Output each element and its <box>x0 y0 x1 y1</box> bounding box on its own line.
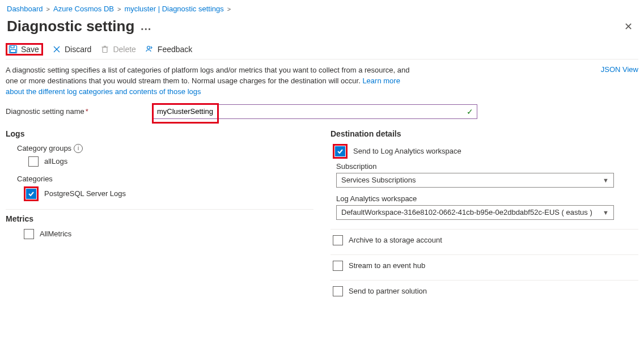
subscription-select[interactable]: Services Subscriptions ▼ <box>336 173 614 188</box>
discard-icon <box>52 45 61 54</box>
feedback-label: Feedback <box>158 45 192 54</box>
chevron-right-icon: > <box>46 6 50 12</box>
archive-storage-label: Archive to a storage account <box>349 236 442 244</box>
feedback-button[interactable]: Feedback <box>145 45 192 54</box>
setting-name-input[interactable] <box>154 105 468 117</box>
save-button[interactable]: Save <box>9 45 39 54</box>
send-log-analytics-label: Send to Log Analytics workspace <box>353 147 461 155</box>
more-icon[interactable]: … <box>140 20 152 33</box>
metrics-heading: Metrics <box>6 214 313 223</box>
chevron-down-icon: ▼ <box>603 209 609 216</box>
info-icon[interactable]: i <box>74 144 83 153</box>
delete-button: Delete <box>100 45 135 54</box>
allmetrics-label: AllMetrics <box>40 230 71 238</box>
postgresql-logs-checkbox[interactable] <box>26 189 36 199</box>
trash-icon <box>100 45 109 54</box>
setting-name-label: Diagnostic setting name* <box>6 107 147 116</box>
valid-check-icon: ✓ <box>467 107 473 116</box>
close-icon[interactable]: ✕ <box>620 18 637 35</box>
feedback-icon <box>145 45 154 54</box>
description-text: A diagnostic setting specifies a list of… <box>6 65 414 97</box>
breadcrumb-item[interactable]: Dashboard <box>7 5 43 13</box>
discard-button[interactable]: Discard <box>52 45 91 54</box>
delete-label: Delete <box>113 45 135 54</box>
send-log-analytics-checkbox[interactable] <box>335 146 345 156</box>
alllogs-label: allLogs <box>44 157 67 165</box>
workspace-value: DefaultWorkspace-316e8102-0662-41cb-b95e… <box>341 208 592 216</box>
setting-name-input-wrap: ✓ <box>153 104 477 119</box>
category-groups-label: Category groups i <box>17 144 313 153</box>
subscription-label: Subscription <box>336 162 614 171</box>
chevron-down-icon: ▼ <box>603 177 609 184</box>
toolbar: Save Discard Delete Feedback <box>6 41 638 60</box>
subscription-value: Services Subscriptions <box>341 176 416 184</box>
workspace-select[interactable]: DefaultWorkspace-316e8102-0662-41cb-b95e… <box>336 205 614 220</box>
svg-rect-2 <box>11 50 16 53</box>
chevron-right-icon: > <box>227 6 231 12</box>
save-icon <box>9 45 18 54</box>
workspace-label: Log Analytics workspace <box>336 194 614 203</box>
breadcrumb-item[interactable]: Azure Cosmos DB <box>53 5 114 13</box>
partner-solution-label: Send to partner solution <box>349 287 427 295</box>
breadcrumb: Dashboard > Azure Cosmos DB > mycluster … <box>6 5 638 16</box>
categories-label: Categories <box>6 175 313 183</box>
chevron-right-icon: > <box>117 6 121 12</box>
svg-rect-1 <box>11 46 14 48</box>
stream-eventhub-checkbox[interactable] <box>333 261 343 271</box>
postgresql-logs-label: PostgreSQL Server Logs <box>44 189 126 198</box>
page-title: Diagnostic setting <box>7 18 134 35</box>
logs-heading: Logs <box>6 129 313 138</box>
breadcrumb-item[interactable]: mycluster | Diagnostic settings <box>124 5 223 13</box>
partner-solution-checkbox[interactable] <box>333 286 343 296</box>
svg-rect-5 <box>103 48 107 53</box>
archive-storage-checkbox[interactable] <box>333 235 343 245</box>
stream-eventhub-label: Stream to an event hub <box>349 261 425 270</box>
svg-point-8 <box>147 46 150 49</box>
discard-label: Discard <box>65 45 91 54</box>
allmetrics-checkbox[interactable] <box>24 229 34 239</box>
alllogs-checkbox[interactable] <box>28 156 39 167</box>
save-label: Save <box>21 45 39 54</box>
json-view-link[interactable]: JSON View <box>601 65 638 97</box>
destination-details-heading: Destination details <box>331 129 638 138</box>
